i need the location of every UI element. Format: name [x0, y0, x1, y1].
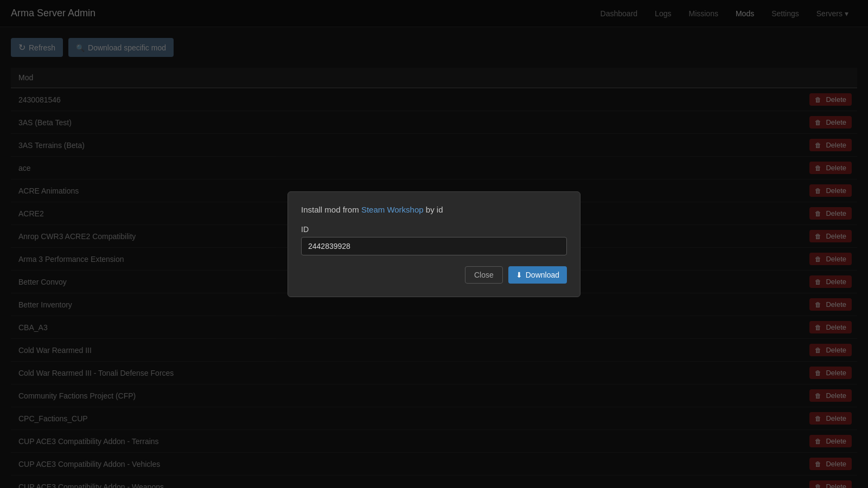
- modal-overlay: Install mod from Steam Workshop by id ID…: [0, 0, 868, 488]
- steam-workshop-link[interactable]: Steam Workshop: [361, 205, 424, 214]
- close-button[interactable]: Close: [465, 266, 503, 284]
- modal-title: Install mod from Steam Workshop by id: [301, 205, 567, 214]
- mod-id-input[interactable]: [301, 237, 567, 255]
- download-icon: [516, 271, 522, 279]
- download-mod-modal: Install mod from Steam Workshop by id ID…: [288, 191, 580, 297]
- modal-download-button[interactable]: Download: [508, 266, 567, 284]
- modal-footer: Close Download: [301, 266, 567, 284]
- id-form-group: ID: [301, 225, 567, 255]
- id-label: ID: [301, 225, 567, 234]
